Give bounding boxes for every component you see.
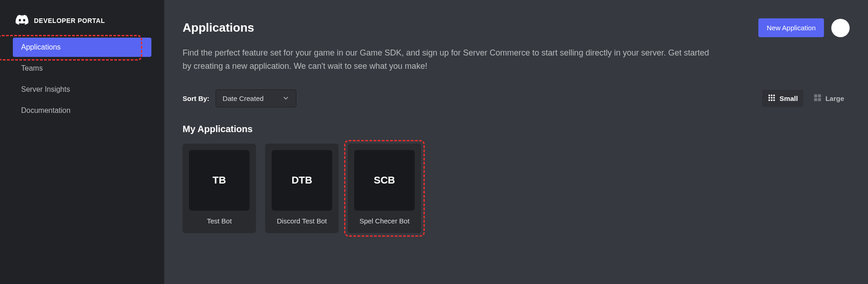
section-title: My Applications	[183, 124, 850, 134]
brand-text: DEVELOPER PORTAL	[34, 17, 105, 24]
app-card[interactable]: SCB Spel Checer Bot	[348, 144, 421, 233]
app-name: Spel Checer Bot	[354, 217, 415, 225]
sidebar-item-documentation[interactable]: Documentation	[13, 101, 151, 120]
app-name: Discord Test Bot	[272, 217, 332, 225]
app-card[interactable]: DTB Discord Test Bot	[265, 144, 339, 233]
header-row: Applications New Application	[183, 18, 850, 37]
discord-logo-icon	[16, 15, 28, 27]
grid-large-icon	[813, 94, 822, 103]
svg-point-8	[773, 99, 775, 101]
sidebar-item-label: Server Insights	[21, 85, 70, 93]
chevron-down-icon	[282, 95, 289, 102]
svg-rect-10	[818, 94, 821, 97]
sort-select[interactable]: Date Created	[216, 89, 296, 107]
grid-small-icon	[768, 94, 776, 103]
brand: DEVELOPER PORTAL	[0, 15, 164, 38]
svg-point-5	[773, 97, 775, 99]
app-icon: TB	[189, 150, 250, 211]
sidebar-item-label: Teams	[21, 64, 43, 72]
view-small-button[interactable]: Small	[762, 90, 803, 107]
svg-rect-12	[818, 98, 821, 101]
view-small-label: Small	[779, 95, 798, 102]
controls-row: Sort By: Date Created Small Large	[183, 89, 850, 107]
svg-point-4	[771, 97, 773, 99]
app-name: Test Bot	[189, 217, 250, 225]
app-grid: TB Test Bot DTB Discord Test Bot SCB Spe…	[183, 144, 850, 233]
sidebar-item-applications[interactable]: Applications	[13, 38, 151, 57]
sidebar: DEVELOPER PORTAL Applications Teams Serv…	[0, 0, 164, 284]
sidebar-item-server-insights[interactable]: Server Insights	[13, 80, 151, 99]
sidebar-item-label: Applications	[21, 43, 61, 51]
app-card[interactable]: TB Test Bot	[183, 144, 256, 233]
svg-point-0	[768, 94, 770, 96]
main-content: Applications New Application Find the pe…	[164, 0, 868, 284]
avatar[interactable]	[831, 19, 850, 37]
svg-point-7	[771, 99, 773, 101]
new-application-button[interactable]: New Application	[758, 18, 824, 37]
sort-label: Sort By:	[183, 95, 209, 102]
app-icon: DTB	[272, 150, 332, 211]
view-toggle: Small Large	[762, 90, 850, 107]
svg-rect-11	[814, 98, 818, 101]
page-title: Applications	[183, 21, 254, 35]
header-actions: New Application	[758, 18, 850, 37]
view-large-label: Large	[825, 95, 844, 102]
sidebar-nav: Applications Teams Server Insights Docum…	[0, 38, 164, 120]
sort-select-value: Date Created	[223, 95, 263, 102]
svg-rect-9	[814, 94, 818, 97]
view-large-button[interactable]: Large	[808, 90, 850, 107]
page-description: Find the perfect feature set for your ga…	[183, 46, 715, 73]
sidebar-item-label: Documentation	[21, 106, 71, 114]
svg-point-6	[768, 99, 770, 101]
app-icon: SCB	[354, 150, 415, 211]
sort-group: Sort By: Date Created	[183, 89, 296, 107]
svg-point-2	[773, 94, 775, 96]
sidebar-item-teams[interactable]: Teams	[13, 59, 151, 78]
svg-point-3	[768, 97, 770, 99]
svg-point-1	[771, 94, 773, 96]
